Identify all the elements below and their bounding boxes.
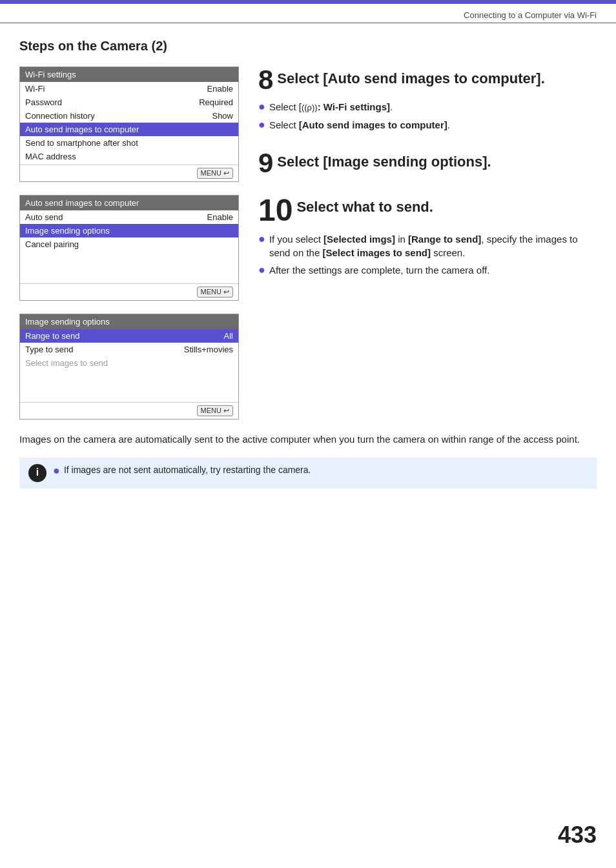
step-number-9: 9 (258, 150, 273, 177)
bullet-icon: ● (53, 464, 60, 478)
panel3-footer: MENU ↩ (20, 402, 238, 419)
menu-row: PasswordRequired (20, 96, 238, 109)
step-number-10: 10 (258, 195, 293, 226)
menu-row: Auto sendEnable (20, 210, 238, 224)
header-title: Connecting to a Computer via Wi-Fi (464, 10, 597, 20)
step-title-8: Select [Auto send images to computer]. (277, 66, 544, 87)
bullet-icon: ● (258, 232, 265, 247)
wifi-icon: ((ρ)) (302, 103, 318, 112)
menu-panel-2: Auto send images to computer Auto sendEn… (19, 195, 239, 301)
list-item: ● Select [Auto send images to computer]. (258, 118, 597, 132)
list-item: ● If you select [Selected imgs] in [Rang… (258, 232, 597, 259)
menu-button: MENU ↩ (197, 405, 233, 416)
menu-button: MENU ↩ (197, 287, 233, 298)
list-item: ● After the settings are complete, turn … (258, 263, 597, 278)
menu-row-highlighted: Range to sendAll (20, 329, 238, 343)
step-title-10: Select what to send. (296, 195, 433, 216)
right-column: 8 Select [Auto send images to computer].… (258, 66, 597, 432)
left-column: Wi-Fi settings Wi-FiEnable PasswordRequi… (19, 66, 239, 432)
panel2-header: Auto send images to computer (20, 196, 238, 210)
section-title: Steps on the Camera (2) (19, 39, 597, 54)
step-10: 10 Select what to send. ● If you select … (258, 195, 597, 278)
menu-row: Send to smartphone after shot (20, 136, 238, 150)
bullet-icon: ● (258, 118, 265, 132)
panel1-header: Wi-Fi settings (20, 67, 238, 82)
page-number: 433 (558, 822, 597, 849)
note-icon: i (28, 464, 46, 482)
page-header: Connecting to a Computer via Wi-Fi (0, 4, 616, 23)
step-9: 9 Select [Image sending options]. (258, 150, 597, 177)
step-8-bullets: ● Select [((ρ)): Wi-Fi settings]. ● Sele… (258, 100, 597, 132)
panel1-footer: MENU ↩ (20, 165, 238, 181)
menu-row: MAC address (20, 150, 238, 163)
list-item: ● Select [((ρ)): Wi-Fi settings]. (258, 100, 597, 114)
note-box: i ● If images are not sent automatically… (19, 458, 597, 489)
step-title-9: Select [Image sending options]. (277, 150, 491, 170)
menu-panel-1: Wi-Fi settings Wi-FiEnable PasswordRequi… (19, 66, 239, 182)
step-8: 8 Select [Auto send images to computer].… (258, 66, 597, 132)
menu-row-dimmed: Select images to send (20, 356, 238, 370)
summary-text: Images on the camera are automatically s… (19, 432, 597, 447)
panel3-header: Image sending options (20, 314, 238, 329)
menu-row: Cancel pairing (20, 237, 238, 251)
menu-row: Type to sendStills+movies (20, 343, 238, 356)
menu-panel-3: Image sending options Range to sendAll T… (19, 314, 239, 419)
menu-row-highlighted: Auto send images to computer (20, 123, 238, 136)
menu-button: MENU ↩ (197, 168, 233, 179)
bullet-icon: ● (258, 100, 265, 114)
menu-row: Wi-FiEnable (20, 82, 238, 96)
step-number-8: 8 (258, 66, 273, 94)
menu-row-highlighted: Image sending options (20, 224, 238, 237)
menu-row: Connection historyShow (20, 109, 238, 123)
panel2-footer: MENU ↩ (20, 283, 238, 300)
bullet-icon: ● (258, 263, 265, 278)
step-10-bullets: ● If you select [Selected imgs] in [Rang… (258, 232, 597, 278)
note-text: If images are not sent automatically, tr… (64, 464, 311, 477)
